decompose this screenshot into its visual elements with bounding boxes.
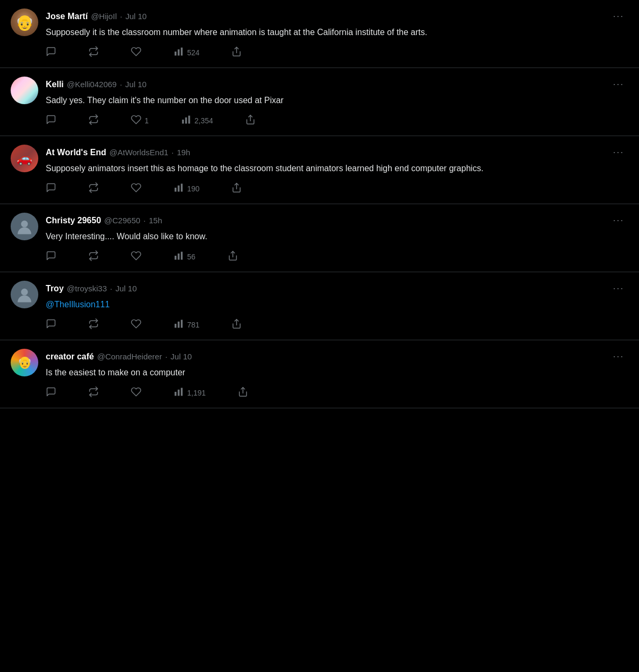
svg-rect-14 bbox=[178, 254, 179, 260]
retweet-icon bbox=[88, 114, 99, 127]
tweet-body: Christy 29650@C29650·15h···Very Interest… bbox=[46, 213, 628, 263]
tweet-troy: Troy@troyski33·Jul 10···@TheIllusion1117… bbox=[0, 272, 639, 340]
more-options-button[interactable]: ··· bbox=[609, 77, 628, 92]
avatar[interactable] bbox=[11, 281, 38, 331]
more-options-button[interactable]: ··· bbox=[609, 145, 628, 160]
mention-link[interactable]: @TheIllusion111 bbox=[46, 300, 110, 309]
tweet-text: Very Interesting.... Would also like to … bbox=[46, 230, 628, 243]
retweet-button[interactable] bbox=[88, 250, 99, 263]
comment-icon bbox=[46, 46, 56, 59]
more-options-button[interactable]: ··· bbox=[609, 213, 628, 228]
reply-button[interactable] bbox=[46, 114, 56, 127]
avatar[interactable] bbox=[11, 77, 38, 127]
tweet-body: Kelli@Kelli042069·Jul 10···Sadly yes. Th… bbox=[46, 77, 628, 127]
display-name[interactable]: Kelli bbox=[46, 80, 64, 89]
share-button[interactable] bbox=[238, 387, 248, 399]
like-button[interactable]: 1 bbox=[131, 114, 149, 127]
retweet-button[interactable] bbox=[88, 318, 99, 331]
tweet-text: Supposely animators insert this as homag… bbox=[46, 162, 628, 175]
stats-icon bbox=[181, 114, 191, 127]
svg-rect-9 bbox=[178, 186, 179, 192]
like-button[interactable] bbox=[131, 182, 141, 195]
separator-dot: · bbox=[144, 216, 146, 225]
tweet-text: @TheIllusion111 bbox=[46, 298, 628, 311]
retweet-button[interactable] bbox=[88, 182, 99, 195]
display-name[interactable]: Jose Martí bbox=[46, 12, 88, 21]
like-button[interactable] bbox=[131, 387, 141, 399]
username[interactable]: @ConradHeiderer bbox=[97, 352, 162, 361]
username[interactable]: @HijoIl bbox=[91, 12, 117, 21]
separator-dot: · bbox=[120, 80, 122, 89]
tweet-atworld: 🚗At World's End@AtWorldsEnd1·19h···Suppo… bbox=[0, 136, 639, 204]
retweet-button[interactable] bbox=[88, 114, 99, 127]
svg-rect-24 bbox=[181, 388, 182, 396]
separator-dot: · bbox=[110, 284, 112, 293]
heart-icon bbox=[131, 387, 141, 399]
like-button[interactable] bbox=[131, 46, 141, 59]
svg-rect-8 bbox=[175, 188, 176, 192]
stats-button[interactable]: 56 bbox=[173, 250, 196, 263]
display-name[interactable]: At World's End bbox=[46, 148, 106, 157]
timestamp: Jul 10 bbox=[125, 80, 147, 89]
stats-count: 524 bbox=[187, 48, 199, 57]
tweet-kelli: Kelli@Kelli042069·Jul 10···Sadly yes. Th… bbox=[0, 68, 639, 136]
stats-icon bbox=[173, 250, 184, 263]
reply-button[interactable] bbox=[46, 318, 56, 331]
share-button[interactable] bbox=[228, 250, 238, 263]
retweet-button[interactable] bbox=[88, 46, 99, 59]
username[interactable]: @troyski33 bbox=[67, 284, 107, 293]
stats-button[interactable]: 190 bbox=[173, 182, 199, 195]
timestamp: Jul 10 bbox=[171, 352, 192, 361]
timestamp: 19h bbox=[177, 148, 190, 157]
comment-icon bbox=[46, 318, 56, 331]
tweet-body: creator café@ConradHeiderer·Jul 10···Is … bbox=[46, 349, 628, 399]
like-button[interactable] bbox=[131, 250, 141, 263]
like-count: 1 bbox=[145, 116, 149, 125]
retweet-button[interactable] bbox=[88, 387, 99, 399]
svg-point-12 bbox=[21, 221, 28, 228]
heart-icon bbox=[131, 182, 141, 195]
heart-icon bbox=[131, 250, 141, 263]
avatar[interactable]: 🚗 bbox=[11, 145, 38, 195]
username[interactable]: @Kelli042069 bbox=[67, 80, 117, 89]
reply-button[interactable] bbox=[46, 387, 56, 399]
like-button[interactable] bbox=[131, 318, 141, 331]
stats-button[interactable]: 2,354 bbox=[181, 114, 213, 127]
more-options-button[interactable]: ··· bbox=[609, 9, 628, 24]
avatar[interactable] bbox=[11, 213, 38, 263]
retweet-icon bbox=[88, 46, 99, 59]
display-name[interactable]: creator café bbox=[46, 352, 94, 362]
svg-rect-6 bbox=[188, 116, 190, 124]
share-icon bbox=[231, 318, 242, 331]
more-options-button[interactable]: ··· bbox=[609, 281, 628, 296]
stats-button[interactable]: 524 bbox=[173, 46, 199, 59]
timestamp: Jul 10 bbox=[115, 284, 137, 293]
share-button[interactable] bbox=[231, 46, 242, 59]
share-icon bbox=[228, 250, 238, 263]
username[interactable]: @C29650 bbox=[104, 216, 140, 225]
separator-dot: · bbox=[165, 352, 167, 361]
stats-button[interactable]: 1,191 bbox=[173, 387, 206, 399]
avatar[interactable]: 👴 bbox=[11, 9, 38, 59]
tweet-jose: 👴Jose Martí@HijoIl·Jul 10···Supposedly i… bbox=[0, 0, 639, 68]
svg-rect-23 bbox=[178, 390, 179, 396]
stats-button[interactable]: 781 bbox=[173, 318, 199, 331]
share-button[interactable] bbox=[231, 182, 242, 195]
svg-rect-0 bbox=[175, 52, 176, 56]
display-name[interactable]: Christy 29650 bbox=[46, 216, 101, 225]
username[interactable]: @AtWorldsEnd1 bbox=[110, 148, 169, 157]
svg-point-17 bbox=[21, 289, 28, 296]
more-options-button[interactable]: ··· bbox=[609, 349, 628, 364]
reply-button[interactable] bbox=[46, 46, 56, 59]
tweet-text: Sadly yes. They claim it's the number on… bbox=[46, 94, 628, 107]
reply-button[interactable] bbox=[46, 182, 56, 195]
tweet-body: At World's End@AtWorldsEnd1·19h···Suppos… bbox=[46, 145, 628, 195]
avatar[interactable]: 👴 bbox=[11, 349, 38, 399]
share-button[interactable] bbox=[231, 318, 242, 331]
display-name[interactable]: Troy bbox=[46, 284, 64, 293]
tweet-text: Supposedly it is the classroom number wh… bbox=[46, 26, 628, 39]
comment-icon bbox=[46, 250, 56, 263]
svg-rect-19 bbox=[178, 322, 179, 328]
reply-button[interactable] bbox=[46, 250, 56, 263]
share-button[interactable] bbox=[245, 114, 256, 127]
